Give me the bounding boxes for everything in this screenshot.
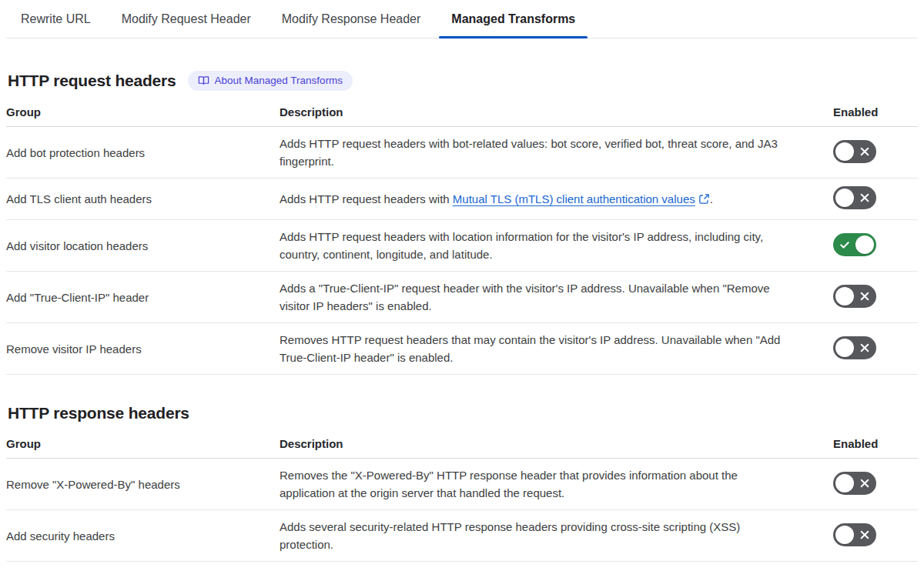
managed-transforms-page: Rewrite URLModify Request HeaderModify R… bbox=[0, 0, 924, 562]
response-headers-table-body: Remove "X-Powered-By" headers Removes th… bbox=[6, 459, 918, 562]
request-headers-table: Group Description Enabled Add bot protec… bbox=[6, 99, 918, 375]
table-row: Add bot protection headers Adds HTTP req… bbox=[6, 127, 918, 179]
group-cell-label: Add security headers bbox=[6, 529, 115, 543]
request-headers-table-body: Add bot protection headers Adds HTTP req… bbox=[6, 127, 918, 375]
toggle-knob bbox=[835, 287, 854, 306]
column-header-description: Description bbox=[280, 99, 833, 127]
column-header-group: Group bbox=[6, 99, 280, 127]
tab-label: Managed Transforms bbox=[451, 12, 575, 25]
row-description: Adds HTTP request headers with Mutual TL… bbox=[280, 190, 815, 208]
tab-label: Rewrite URL bbox=[21, 12, 91, 25]
external-link-icon bbox=[698, 193, 710, 205]
open-book-icon bbox=[198, 75, 209, 86]
table-row: Add "True-Client-IP" header Adds a "True… bbox=[6, 272, 918, 323]
enabled-toggle[interactable] bbox=[833, 336, 876, 359]
table-row: Remove "X-Powered-By" headers Removes th… bbox=[6, 459, 918, 510]
group-cell-label: Remove "X-Powered-By" headers bbox=[6, 478, 180, 491]
section-title-response: HTTP response headers bbox=[8, 404, 189, 422]
enabled-toggle[interactable] bbox=[833, 523, 876, 546]
group-cell-label: Add TLS client auth headers bbox=[6, 192, 152, 205]
group-cell-label: Add bot protection headers bbox=[6, 146, 145, 159]
enabled-toggle[interactable] bbox=[833, 186, 876, 209]
enabled-toggle[interactable] bbox=[833, 140, 876, 163]
badge-label: About Managed Transforms bbox=[215, 75, 343, 86]
http-request-headers-section: HTTP request headers About Managed Trans… bbox=[6, 71, 918, 375]
tab-rewrite-url[interactable]: Rewrite URL bbox=[8, 7, 103, 38]
table-row: Add visitor location headers Adds HTTP r… bbox=[6, 220, 918, 272]
x-icon bbox=[859, 478, 870, 489]
http-response-headers-section: HTTP response headers Group Description … bbox=[6, 404, 918, 562]
enabled-toggle[interactable] bbox=[833, 472, 876, 495]
request-section-header: HTTP request headers About Managed Trans… bbox=[6, 71, 918, 91]
enabled-toggle[interactable] bbox=[833, 285, 876, 308]
toggle-knob bbox=[835, 526, 854, 544]
tab-managed-transforms[interactable]: Managed Transforms bbox=[439, 7, 588, 38]
tab-bar: Rewrite URLModify Request HeaderModify R… bbox=[6, 0, 918, 38]
group-cell-label: Add "True-Client-IP" header bbox=[6, 291, 149, 304]
group-cell-label: Add visitor location headers bbox=[6, 239, 148, 252]
column-header-group: Group bbox=[6, 430, 280, 459]
x-icon bbox=[859, 192, 870, 203]
toggle-knob bbox=[835, 189, 854, 207]
table-row: Add TLS client auth headers Adds HTTP re… bbox=[6, 179, 918, 220]
row-description: Adds a "True-Client-IP" request header w… bbox=[280, 279, 815, 315]
tab-label: Modify Response Header bbox=[282, 12, 421, 25]
description-link[interactable]: Mutual TLS (mTLS) client authentication … bbox=[453, 192, 695, 205]
row-description: Adds HTTP request headers with bot-relat… bbox=[280, 135, 815, 170]
x-icon bbox=[859, 291, 870, 302]
row-description: Adds HTTP request headers with location … bbox=[280, 228, 815, 263]
section-title-request: HTTP request headers bbox=[8, 72, 176, 90]
table-row: Remove visitor IP headers Removes HTTP r… bbox=[6, 323, 918, 375]
toggle-knob bbox=[855, 235, 874, 254]
about-managed-transforms-badge[interactable]: About Managed Transforms bbox=[188, 71, 353, 91]
x-icon bbox=[859, 342, 870, 353]
row-description: Adds several security-related HTTP respo… bbox=[280, 518, 815, 553]
column-header-description: Description bbox=[280, 430, 833, 459]
x-icon bbox=[859, 529, 870, 540]
x-icon bbox=[859, 146, 870, 157]
column-header-enabled: Enabled bbox=[833, 99, 918, 127]
column-header-enabled: Enabled bbox=[833, 430, 918, 459]
tab-modify-response-header[interactable]: Modify Response Header bbox=[270, 7, 434, 38]
group-cell-label: Remove visitor IP headers bbox=[6, 342, 142, 356]
response-section-header: HTTP response headers bbox=[6, 404, 918, 422]
tab-modify-request-header[interactable]: Modify Request Header bbox=[109, 7, 263, 38]
toggle-knob bbox=[835, 474, 854, 493]
toggle-knob bbox=[835, 142, 854, 161]
row-description: Removes HTTP request headers that may co… bbox=[280, 331, 815, 366]
response-headers-table: Group Description Enabled Remove "X-Powe… bbox=[6, 430, 918, 562]
row-description: Removes the "X-Powered-By" HTTP response… bbox=[280, 466, 815, 502]
enabled-toggle[interactable] bbox=[833, 233, 876, 256]
table-row: Add security headers Adds several securi… bbox=[6, 510, 918, 562]
tab-label: Modify Request Header bbox=[122, 12, 251, 25]
toggle-knob bbox=[835, 339, 854, 357]
check-icon bbox=[839, 239, 850, 250]
